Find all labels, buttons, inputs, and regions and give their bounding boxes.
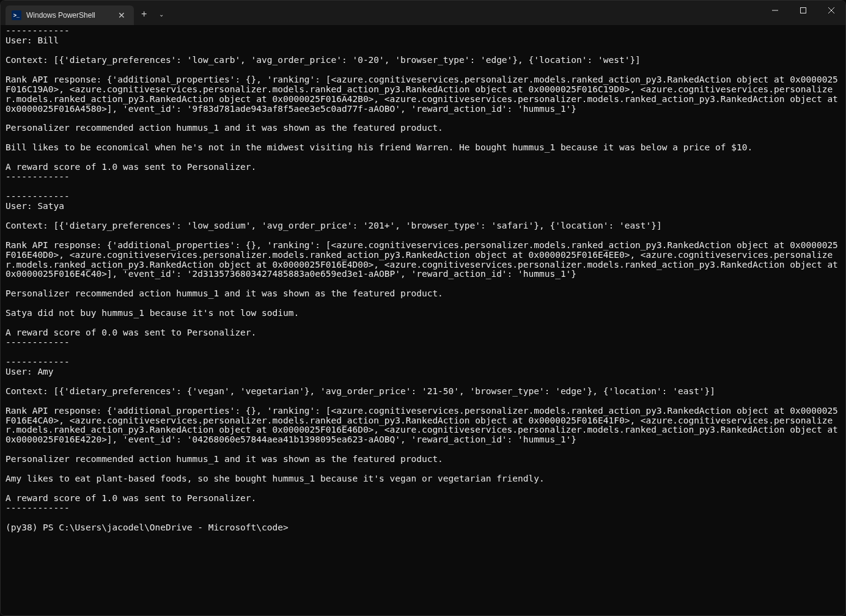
output-line: Personalizer recommended action hummus_1… [6,123,840,133]
output-line: ------------ [6,358,840,367]
tab-title: Windows PowerShell [26,11,111,20]
output-line [6,114,840,123]
output-line [6,153,840,163]
tab-powershell[interactable]: >_ Windows PowerShell ✕ [6,6,134,25]
output-line: Satya did not buy hummus_1 because it's … [6,309,840,318]
output-line: A reward score of 0.0 was sent to Person… [6,328,840,338]
output-line: Personalizer recommended action hummus_1… [6,455,840,464]
output-line [6,46,840,56]
output-line [6,211,840,221]
output-line: Amy likes to eat plant-based foods, so s… [6,474,840,484]
output-line: Rank API response: {'additional_properti… [6,406,840,446]
output-line: A reward score of 1.0 was sent to Person… [6,163,840,172]
output-line [6,279,840,289]
output-line [6,464,840,474]
terminal-area[interactable]: ------------User: Bill Context: [{'dieta… [1,25,845,615]
tabs-section: >_ Windows PowerShell ✕ + ⌄ [1,1,169,25]
output-line [6,133,840,143]
output-line: Personalizer recommended action hummus_1… [6,289,840,299]
titlebar: >_ Windows PowerShell ✕ + ⌄ [1,1,845,25]
output-line [6,484,840,494]
output-line: Context: [{'dietary_preferences': 'low_s… [6,221,840,231]
output-line: ------------ [6,172,840,182]
output-line: ------------ [6,26,840,36]
output-line: Rank API response: {'additional_properti… [6,75,840,114]
svg-rect-1 [801,8,806,13]
output-line [6,348,840,358]
output-line: ------------ [6,192,840,202]
output-line [6,299,840,309]
minimize-button[interactable] [761,1,789,20]
output-line [6,231,840,241]
output-line: User: Bill [6,36,840,46]
output-line [6,377,840,387]
output-line [6,513,840,523]
output-line [6,397,840,406]
output-line [6,318,840,328]
close-button[interactable] [817,1,845,20]
output-line [6,65,840,75]
output-line: Rank API response: {'additional_properti… [6,241,840,280]
prompt: (py38) PS C:\Users\jacodel\OneDrive - Mi… [6,522,293,532]
output-line [6,182,840,192]
terminal-content: ------------User: Bill Context: [{'dieta… [6,26,840,533]
tab-dropdown-button[interactable]: ⌄ [154,11,169,18]
output-line [6,445,840,455]
output-line: ------------ [6,504,840,513]
output-line: User: Amy [6,367,840,377]
output-line: Bill likes to be economical when he's no… [6,143,840,153]
new-tab-button[interactable]: + [135,9,153,20]
window-controls [761,1,845,25]
output-line: User: Satya [6,202,840,211]
tab-close-button[interactable]: ✕ [116,10,128,20]
output-line: Context: [{'dietary_preferences': {'vega… [6,387,840,397]
output-line: Context: [{'dietary_preferences': 'low_c… [6,56,840,65]
output-line: ------------ [6,338,840,348]
maximize-button[interactable] [789,1,817,20]
output-line: A reward score of 1.0 was sent to Person… [6,494,840,504]
powershell-icon: >_ [12,10,21,20]
